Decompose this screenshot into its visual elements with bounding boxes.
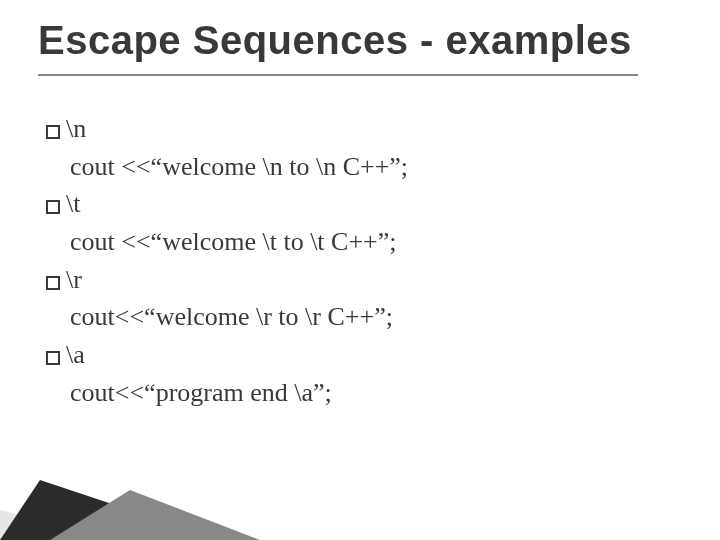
slide-title: Escape Sequences - examples [38, 18, 632, 63]
bullet-label: \a [66, 336, 85, 374]
slide: Escape Sequences - examples \n cout <<“w… [0, 0, 720, 540]
slide-body: \n cout <<“welcome \n to \n C++”; \t cou… [46, 110, 666, 412]
bullet-item: \r [46, 261, 666, 299]
corner-decoration [0, 480, 260, 540]
bullet-label: \n [66, 110, 86, 148]
code-line: cout <<“welcome \t to \t C++”; [70, 223, 666, 261]
bullet-box-icon [46, 125, 60, 139]
code-line: cout <<“welcome \n to \n C++”; [70, 148, 666, 186]
bullet-box-icon [46, 200, 60, 214]
code-line: cout<<“program end \a”; [70, 374, 666, 412]
bullet-item: \t [46, 185, 666, 223]
code-line: cout<<“welcome \r to \r C++”; [70, 298, 666, 336]
bullet-item: \a [46, 336, 666, 374]
bullet-label: \r [66, 261, 82, 299]
bullet-label: \t [66, 185, 80, 223]
bullet-item: \n [46, 110, 666, 148]
bullet-box-icon [46, 276, 60, 290]
title-underline [38, 74, 638, 76]
bullet-box-icon [46, 351, 60, 365]
